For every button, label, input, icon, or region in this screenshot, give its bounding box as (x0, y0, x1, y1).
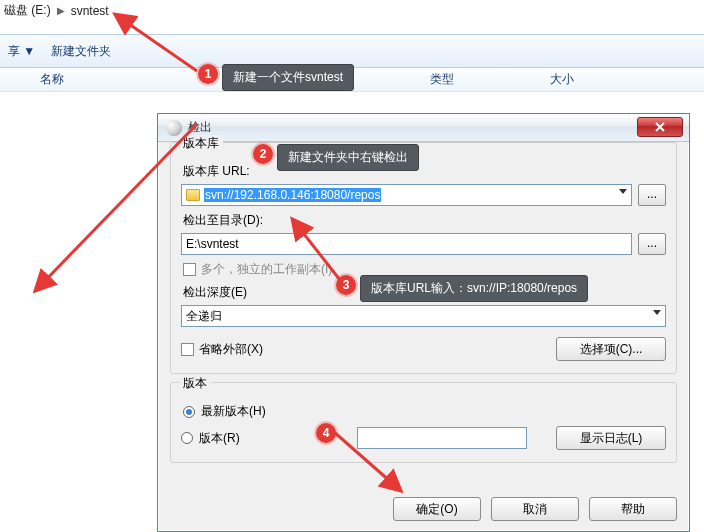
depth-select[interactable]: 全递归 (181, 305, 666, 327)
step-badge-1: 1 (198, 64, 218, 84)
dialog-titlebar[interactable]: 检出 (158, 114, 689, 142)
step-tip-1: 新建一个文件svntest (222, 64, 354, 91)
url-label: 版本库 URL: (183, 163, 666, 180)
step-tip-3: 版本库URL输入：svn://IP:18080/repos (360, 275, 588, 302)
toolbar-share[interactable]: 享 ▼ (8, 43, 35, 60)
step-badge-2: 2 (253, 144, 273, 164)
ok-button[interactable]: 确定(O) (393, 497, 481, 521)
dialog-title: 检出 (188, 119, 212, 136)
rev-head-radio[interactable] (183, 406, 195, 418)
col-type[interactable]: 类型 (418, 71, 538, 88)
omit-ext-checkbox[interactable] (181, 343, 194, 356)
step-tip-2: 新建文件夹中右键检出 (277, 144, 419, 171)
url-value: svn://192.168.0.146:18080/repos (204, 188, 381, 202)
step-badge-4: 4 (316, 423, 336, 443)
cancel-button[interactable]: 取消 (491, 497, 579, 521)
close-icon (655, 122, 665, 132)
repo-group-legend: 版本库 (179, 135, 223, 152)
help-button[interactable]: 帮助 (589, 497, 677, 521)
breadcrumb[interactable]: 磁盘 (E:) ▶ svntest (0, 2, 109, 19)
rev-specific-label: 版本(R) (199, 430, 240, 447)
dir-input[interactable]: E:\svntest (181, 233, 632, 255)
chevron-right-icon: ▶ (57, 5, 65, 16)
rev-input[interactable] (357, 427, 527, 449)
rev-group: 版本 最新版本(H) 版本(R) 显示日志(L) (170, 382, 677, 463)
chevron-down-icon[interactable] (619, 189, 627, 194)
multi-checkbox[interactable] (183, 263, 196, 276)
folder-icon (186, 189, 200, 201)
rev-head-row[interactable]: 最新版本(H) (183, 403, 666, 420)
col-size[interactable]: 大小 (538, 71, 658, 88)
depth-value: 全递归 (186, 308, 222, 325)
rev-head-label: 最新版本(H) (201, 404, 266, 418)
toolbar-new-folder[interactable]: 新建文件夹 (51, 43, 111, 60)
breadcrumb-folder[interactable]: svntest (71, 4, 109, 18)
checkout-dialog: 检出 版本库 版本库 URL: svn://192.168.0.146:1808… (157, 113, 690, 532)
breadcrumb-drive[interactable]: 磁盘 (E:) (4, 2, 51, 19)
close-button[interactable] (637, 117, 683, 137)
dir-value: E:\svntest (186, 237, 239, 251)
rev-group-legend: 版本 (179, 375, 211, 392)
url-input[interactable]: svn://192.168.0.146:18080/repos (181, 184, 632, 206)
choose-items-button[interactable]: 选择项(C)... (556, 337, 666, 361)
tortoise-icon (166, 120, 182, 136)
explorer-toolbar: 享 ▼ 新建文件夹 (0, 34, 704, 68)
multi-label: 多个，独立的工作副本(I) (201, 262, 332, 276)
dir-label: 检出至目录(D): (183, 212, 666, 229)
repo-group: 版本库 版本库 URL: svn://192.168.0.146:18080/r… (170, 142, 677, 374)
dir-browse-button[interactable]: ... (638, 233, 666, 255)
dialog-footer: 确定(O) 取消 帮助 (393, 497, 677, 521)
omit-ext-label: 省略外部(X) (199, 342, 263, 356)
chevron-down-icon[interactable] (653, 310, 661, 315)
omit-externals-row[interactable]: 省略外部(X) (181, 341, 263, 358)
rev-specific-radio[interactable] (181, 432, 193, 444)
step-badge-3: 3 (336, 275, 356, 295)
url-browse-button[interactable]: ... (638, 184, 666, 206)
show-log-button[interactable]: 显示日志(L) (556, 426, 666, 450)
